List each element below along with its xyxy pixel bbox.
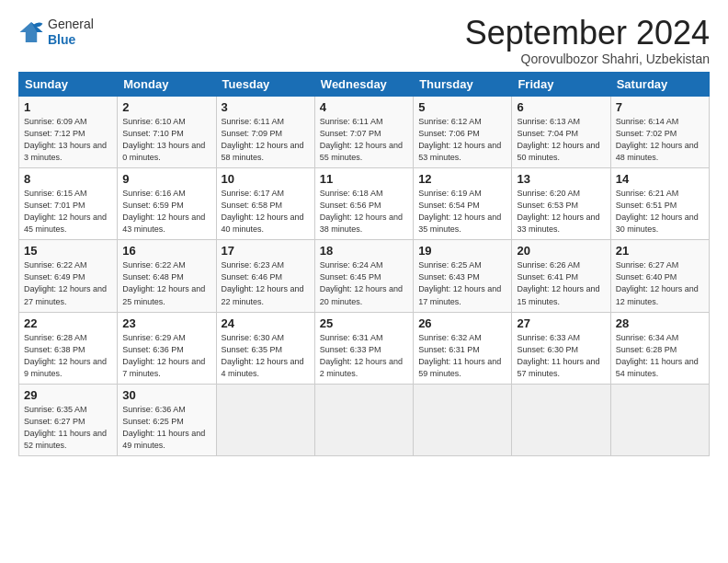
day-number: 21 [616, 244, 704, 258]
day-info: Sunrise: 6:33 AM Sunset: 6:30 PM Dayligh… [517, 332, 605, 380]
day-info: Sunrise: 6:30 AM Sunset: 6:35 PM Dayligh… [222, 332, 310, 380]
calendar-cell: 16Sunrise: 6:22 AM Sunset: 6:48 PM Dayli… [118, 240, 216, 312]
day-header-wednesday: Wednesday [314, 73, 413, 97]
day-info: Sunrise: 6:23 AM Sunset: 6:46 PM Dayligh… [222, 259, 310, 307]
day-number: 17 [222, 244, 310, 258]
day-info: Sunrise: 6:34 AM Sunset: 6:28 PM Dayligh… [616, 332, 704, 380]
day-header-monday: Monday [118, 73, 216, 97]
day-number: 16 [122, 244, 210, 258]
day-info: Sunrise: 6:35 AM Sunset: 6:27 PM Dayligh… [24, 404, 112, 452]
day-number: 6 [517, 100, 605, 114]
calendar-cell: 15Sunrise: 6:22 AM Sunset: 6:49 PM Dayli… [19, 240, 118, 312]
calendar-cell: 27Sunrise: 6:33 AM Sunset: 6:30 PM Dayli… [512, 312, 610, 384]
title-block: September 2024 Qorovulbozor Shahri, Uzbe… [465, 17, 710, 66]
calendar-cell [610, 384, 709, 455]
day-info: Sunrise: 6:25 AM Sunset: 6:43 PM Dayligh… [418, 259, 506, 307]
day-number: 24 [222, 316, 310, 330]
day-number: 27 [517, 316, 605, 330]
day-number: 5 [418, 100, 506, 114]
calendar-week-5: 29Sunrise: 6:35 AM Sunset: 6:27 PM Dayli… [19, 384, 710, 455]
calendar-cell: 20Sunrise: 6:26 AM Sunset: 6:41 PM Dayli… [512, 240, 610, 312]
day-number: 2 [122, 100, 210, 114]
calendar-cell: 5Sunrise: 6:12 AM Sunset: 7:06 PM Daylig… [414, 97, 512, 168]
calendar-cell: 18Sunrise: 6:24 AM Sunset: 6:45 PM Dayli… [314, 240, 413, 312]
calendar-cell: 1Sunrise: 6:09 AM Sunset: 7:12 PM Daylig… [19, 97, 118, 168]
day-info: Sunrise: 6:19 AM Sunset: 6:54 PM Dayligh… [418, 188, 506, 236]
calendar-cell [314, 384, 413, 455]
calendar-cell [512, 384, 610, 455]
day-info: Sunrise: 6:32 AM Sunset: 6:31 PM Dayligh… [418, 332, 506, 380]
calendar-cell: 22Sunrise: 6:28 AM Sunset: 6:38 PM Dayli… [19, 312, 118, 384]
calendar-week-2: 8Sunrise: 6:15 AM Sunset: 7:01 PM Daylig… [19, 168, 710, 240]
calendar-week-3: 15Sunrise: 6:22 AM Sunset: 6:49 PM Dayli… [19, 240, 710, 312]
day-number: 14 [616, 172, 704, 186]
day-info: Sunrise: 6:36 AM Sunset: 6:25 PM Dayligh… [122, 404, 210, 452]
calendar-cell: 25Sunrise: 6:31 AM Sunset: 6:33 PM Dayli… [314, 312, 413, 384]
calendar-cell: 12Sunrise: 6:19 AM Sunset: 6:54 PM Dayli… [414, 168, 512, 240]
day-number: 19 [418, 244, 506, 258]
day-number: 12 [418, 172, 506, 186]
day-info: Sunrise: 6:09 AM Sunset: 7:12 PM Dayligh… [24, 116, 112, 164]
day-number: 25 [320, 316, 408, 330]
calendar-cell: 28Sunrise: 6:34 AM Sunset: 6:28 PM Dayli… [610, 312, 709, 384]
calendar-cell: 13Sunrise: 6:20 AM Sunset: 6:53 PM Dayli… [512, 168, 610, 240]
calendar-cell: 2Sunrise: 6:10 AM Sunset: 7:10 PM Daylig… [118, 97, 216, 168]
page-header: General Blue September 2024 Qorovulbozor… [18, 17, 710, 66]
day-number: 22 [24, 316, 112, 330]
day-number: 3 [222, 100, 310, 114]
day-info: Sunrise: 6:24 AM Sunset: 6:45 PM Dayligh… [320, 259, 408, 307]
day-info: Sunrise: 6:22 AM Sunset: 6:48 PM Dayligh… [122, 259, 210, 307]
calendar-cell: 8Sunrise: 6:15 AM Sunset: 7:01 PM Daylig… [19, 168, 118, 240]
day-number: 10 [222, 172, 310, 186]
calendar-cell: 30Sunrise: 6:36 AM Sunset: 6:25 PM Dayli… [118, 384, 216, 455]
calendar-week-4: 22Sunrise: 6:28 AM Sunset: 6:38 PM Dayli… [19, 312, 710, 384]
day-info: Sunrise: 6:22 AM Sunset: 6:49 PM Dayligh… [24, 259, 112, 307]
day-number: 28 [616, 316, 704, 330]
day-number: 20 [517, 244, 605, 258]
day-number: 29 [24, 388, 112, 402]
calendar-cell: 3Sunrise: 6:11 AM Sunset: 7:09 PM Daylig… [216, 97, 314, 168]
calendar-cell: 14Sunrise: 6:21 AM Sunset: 6:51 PM Dayli… [610, 168, 709, 240]
day-header-tuesday: Tuesday [216, 73, 314, 97]
day-number: 4 [320, 100, 408, 114]
calendar-cell: 9Sunrise: 6:16 AM Sunset: 6:59 PM Daylig… [118, 168, 216, 240]
day-number: 1 [24, 100, 112, 114]
day-number: 7 [616, 100, 704, 114]
day-info: Sunrise: 6:14 AM Sunset: 7:02 PM Dayligh… [616, 116, 704, 164]
calendar-cell: 6Sunrise: 6:13 AM Sunset: 7:04 PM Daylig… [512, 97, 610, 168]
day-info: Sunrise: 6:31 AM Sunset: 6:33 PM Dayligh… [320, 332, 408, 380]
day-number: 11 [320, 172, 408, 186]
calendar-cell: 4Sunrise: 6:11 AM Sunset: 7:07 PM Daylig… [314, 97, 413, 168]
day-info: Sunrise: 6:11 AM Sunset: 7:07 PM Dayligh… [320, 116, 408, 164]
day-info: Sunrise: 6:10 AM Sunset: 7:10 PM Dayligh… [122, 116, 210, 164]
day-number: 23 [122, 316, 210, 330]
day-info: Sunrise: 6:12 AM Sunset: 7:06 PM Dayligh… [418, 116, 506, 164]
calendar-table: SundayMondayTuesdayWednesdayThursdayFrid… [18, 72, 710, 456]
day-header-friday: Friday [512, 73, 610, 97]
day-info: Sunrise: 6:18 AM Sunset: 6:56 PM Dayligh… [320, 188, 408, 236]
day-number: 26 [418, 316, 506, 330]
day-info: Sunrise: 6:28 AM Sunset: 6:38 PM Dayligh… [24, 332, 112, 380]
day-header-thursday: Thursday [414, 73, 512, 97]
day-info: Sunrise: 6:15 AM Sunset: 7:01 PM Dayligh… [24, 188, 112, 236]
calendar-cell: 24Sunrise: 6:30 AM Sunset: 6:35 PM Dayli… [216, 312, 314, 384]
calendar-cell: 10Sunrise: 6:17 AM Sunset: 6:58 PM Dayli… [216, 168, 314, 240]
day-info: Sunrise: 6:21 AM Sunset: 6:51 PM Dayligh… [616, 188, 704, 236]
calendar-cell [414, 384, 512, 455]
calendar-header: SundayMondayTuesdayWednesdayThursdayFrid… [19, 73, 710, 97]
calendar-cell: 17Sunrise: 6:23 AM Sunset: 6:46 PM Dayli… [216, 240, 314, 312]
day-info: Sunrise: 6:26 AM Sunset: 6:41 PM Dayligh… [517, 259, 605, 307]
day-info: Sunrise: 6:16 AM Sunset: 6:59 PM Dayligh… [122, 188, 210, 236]
day-number: 13 [517, 172, 605, 186]
calendar-cell: 11Sunrise: 6:18 AM Sunset: 6:56 PM Dayli… [314, 168, 413, 240]
day-info: Sunrise: 6:27 AM Sunset: 6:40 PM Dayligh… [616, 259, 704, 307]
day-info: Sunrise: 6:17 AM Sunset: 6:58 PM Dayligh… [222, 188, 310, 236]
calendar-cell: 29Sunrise: 6:35 AM Sunset: 6:27 PM Dayli… [19, 384, 118, 455]
month-title: September 2024 [465, 17, 710, 50]
calendar-cell: 26Sunrise: 6:32 AM Sunset: 6:31 PM Dayli… [414, 312, 512, 384]
calendar-cell: 23Sunrise: 6:29 AM Sunset: 6:36 PM Dayli… [118, 312, 216, 384]
day-info: Sunrise: 6:29 AM Sunset: 6:36 PM Dayligh… [122, 332, 210, 380]
logo: General Blue [18, 17, 94, 48]
day-header-sunday: Sunday [19, 73, 118, 97]
day-number: 30 [122, 388, 210, 402]
